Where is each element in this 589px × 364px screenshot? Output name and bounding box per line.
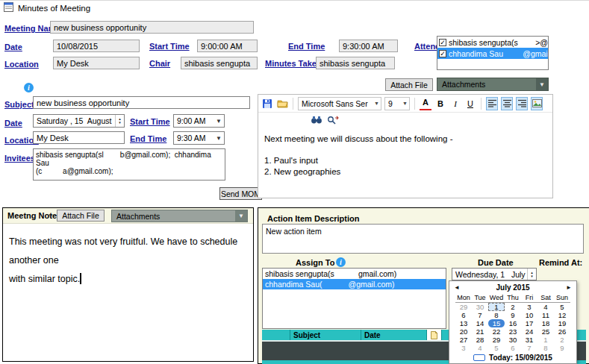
italic-button[interactable]: I xyxy=(449,97,461,110)
calendar-day[interactable]: 22 xyxy=(488,327,505,336)
calendar-day[interactable]: 30 xyxy=(505,336,521,344)
calendar-day[interactable]: 3 xyxy=(521,303,537,311)
calendar-day[interactable]: 4 xyxy=(537,303,554,311)
calendar-today-row[interactable]: Today: 15/09/2015 xyxy=(449,352,576,363)
calendar-day[interactable]: 11 xyxy=(537,311,554,319)
calendar-day[interactable]: 14 xyxy=(472,319,488,327)
align-right-icon[interactable] xyxy=(516,97,528,110)
compose-date-picker[interactable]: Saturday , 15 August 20 ▴▾ xyxy=(33,114,125,128)
calendar-day[interactable]: 8 xyxy=(488,311,505,319)
chair-input[interactable] xyxy=(181,57,258,69)
calendar-day[interactable]: 9 xyxy=(554,344,570,352)
calendar-day[interactable]: 10 xyxy=(521,311,537,319)
calendar-day[interactable]: 30 xyxy=(472,303,488,311)
calendar-day[interactable]: 3 xyxy=(455,344,472,352)
attendee-checkbox[interactable]: ✓ xyxy=(439,50,446,57)
grid-header-date[interactable]: Date xyxy=(361,330,427,340)
location-input[interactable] xyxy=(53,57,140,69)
subject-input[interactable] xyxy=(33,96,250,109)
calendar-day[interactable]: 29 xyxy=(488,336,505,344)
end-time-input[interactable] xyxy=(339,40,398,52)
find-icon[interactable] xyxy=(311,113,322,127)
meeting-notes-text[interactable]: This meeting was not very fruitful. We h… xyxy=(3,224,253,298)
subject-label: Subject xyxy=(4,100,34,109)
attachments-dropdown[interactable]: Attachments ▼ xyxy=(437,78,549,91)
calendar-day[interactable]: 26 xyxy=(554,327,570,336)
editor-toolbar: Microsoft Sans Ser▼ 9▼ A B I U xyxy=(258,95,552,113)
spinner-icon[interactable]: ▴▾ xyxy=(115,115,124,127)
compose-end-time-combo[interactable]: 9:30 AM ▼ xyxy=(173,131,225,145)
calendar-day[interactable]: 5 xyxy=(488,344,505,352)
attendee-item[interactable]: ✓chhandima Sau @gmail xyxy=(437,48,548,59)
chevron-down-icon[interactable]: ▼ xyxy=(48,213,54,219)
calendar-day[interactable]: 17 xyxy=(521,319,537,327)
info-icon[interactable]: i xyxy=(24,83,34,92)
invitees-box[interactable]: shibasis sengupta(sl b@gmail.com); chhan… xyxy=(33,148,225,181)
bold-button[interactable]: B xyxy=(434,97,446,110)
calendar-day[interactable]: 2 xyxy=(505,303,521,311)
notes-attach-file-button[interactable]: Attach File xyxy=(57,210,105,222)
calendar-day[interactable]: 9 xyxy=(505,311,521,319)
calendar-day[interactable]: 18 xyxy=(537,319,554,327)
notes-attachments-dropdown[interactable]: Attachments ▼ xyxy=(111,210,248,222)
calendar-day[interactable]: 27 xyxy=(455,336,472,344)
spin-down-icon[interactable]: ▾ xyxy=(531,274,533,278)
editor-content[interactable]: Next meeting we will discuss about the f… xyxy=(258,128,552,198)
calendar-day[interactable]: 29 xyxy=(455,303,472,311)
calendar-next-icon[interactable]: ► xyxy=(566,284,572,291)
info-icon[interactable]: i xyxy=(336,257,346,267)
meeting-name-input[interactable] xyxy=(50,21,254,34)
align-center-icon[interactable] xyxy=(501,97,513,110)
align-left-icon[interactable] xyxy=(486,97,498,110)
calendar-day[interactable]: 4 xyxy=(472,344,488,352)
calendar-day[interactable]: 16 xyxy=(505,319,521,327)
font-color-button[interactable]: A xyxy=(420,97,431,110)
underline-button[interactable]: U xyxy=(464,97,476,110)
attendee-checkbox[interactable]: ✓ xyxy=(439,39,446,46)
calendar-day[interactable]: 13 xyxy=(455,319,472,327)
date-input[interactable] xyxy=(53,40,140,52)
start-time-input[interactable] xyxy=(197,40,258,52)
spinner-icon[interactable]: ▴▾ xyxy=(527,269,536,280)
calendar-prev-icon[interactable]: ◄ xyxy=(454,284,460,291)
calendar-day[interactable]: 15 xyxy=(488,319,505,327)
find-replace-icon[interactable] xyxy=(327,113,339,127)
compose-location-input[interactable] xyxy=(33,131,125,144)
assignee-item[interactable]: chhandima Sau( @gmail.com) xyxy=(263,279,446,289)
calendar-day[interactable]: 25 xyxy=(537,327,554,336)
calendar-day[interactable]: 28 xyxy=(472,336,488,344)
insert-image-button[interactable] xyxy=(531,97,543,110)
spin-down-icon[interactable]: ▾ xyxy=(119,121,121,125)
calendar-day[interactable]: 5 xyxy=(554,303,570,311)
calendar-day[interactable]: 6 xyxy=(455,311,472,319)
attendee-item[interactable]: ✓shibasis sengupta(s >@gma xyxy=(437,37,548,48)
grid-header-subject[interactable]: Subject xyxy=(290,330,361,340)
calendar-day[interactable]: 21 xyxy=(472,327,488,336)
font-family-combo[interactable]: Microsoft Sans Ser▼ xyxy=(298,97,381,110)
calendar-day[interactable]: 6 xyxy=(505,344,521,352)
attach-file-button[interactable]: Attach File xyxy=(385,78,433,91)
calendar-day[interactable]: 2 xyxy=(554,336,570,344)
open-folder-icon[interactable] xyxy=(276,97,288,110)
action-item-description-box[interactable]: New action item xyxy=(262,224,584,254)
calendar-day[interactable]: 8 xyxy=(537,344,554,352)
calendar-day[interactable]: 23 xyxy=(505,327,521,336)
send-mom-button[interactable]: Send MOM xyxy=(219,187,262,200)
calendar-day[interactable]: 12 xyxy=(554,311,570,319)
calendar-day[interactable]: 7 xyxy=(521,344,537,352)
font-size-combo[interactable]: 9▼ xyxy=(384,97,410,110)
calendar-day[interactable]: 20 xyxy=(455,327,472,336)
calendar-day[interactable]: 7 xyxy=(472,311,488,319)
assign-to-list[interactable]: shibasis sengupta(s gmail.com)chhandima … xyxy=(262,268,446,329)
calendar-day[interactable]: 1 xyxy=(488,303,505,311)
calendar-day[interactable]: 24 xyxy=(521,327,537,336)
assignee-item[interactable]: shibasis sengupta(s gmail.com) xyxy=(263,269,446,279)
compose-start-time-combo[interactable]: 9:00 AM ▼ xyxy=(173,114,225,128)
due-date-picker[interactable]: Wednesday, 1 July ▴▾ xyxy=(452,268,537,280)
minutes-taken-input[interactable] xyxy=(316,57,395,69)
calendar-day[interactable]: 1 xyxy=(537,336,554,344)
attendees-list[interactable]: ✓shibasis sengupta(s >@gma✓chhandima Sau… xyxy=(437,36,549,70)
calendar-day[interactable]: 19 xyxy=(554,319,570,327)
calendar-day[interactable]: 31 xyxy=(521,336,537,344)
save-icon[interactable] xyxy=(261,97,273,110)
